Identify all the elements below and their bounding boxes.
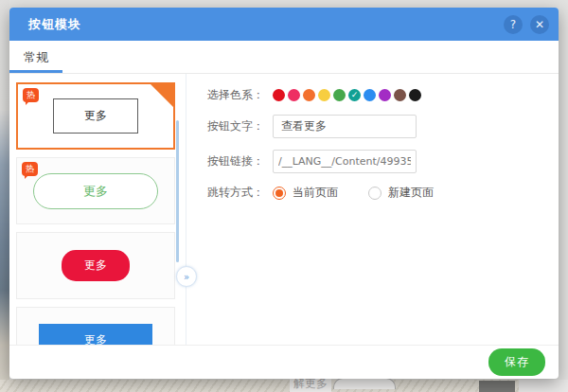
- button-link-label: 按钮链接：: [204, 153, 264, 169]
- preview-button: 更多: [39, 324, 152, 345]
- tab-general[interactable]: 常规: [24, 49, 48, 66]
- color-swatch[interactable]: [364, 89, 376, 101]
- style-preview-blue-rect[interactable]: 更多: [16, 307, 175, 345]
- style-preview-outline[interactable]: 热 ✓ 更多: [16, 82, 175, 150]
- dialog-body: 热 ✓ 更多 热 更多 更多 更多 » 选择色系：: [9, 74, 559, 345]
- settings-form: 选择色系： ✓ 按钮文字： 按钮链接: [186, 74, 559, 345]
- check-icon: ✓: [351, 91, 359, 99]
- radio-new-page[interactable]: 新建页面: [368, 185, 434, 201]
- close-icon[interactable]: ✕: [530, 15, 549, 34]
- style-preview-list: 热 ✓ 更多 热 更多 更多 更多: [9, 74, 186, 345]
- scrollbar-thumb[interactable]: [176, 120, 179, 262]
- jump-mode-options: 当前页面 新建页面: [273, 185, 434, 201]
- color-swatch[interactable]: [394, 89, 406, 101]
- color-swatch[interactable]: [273, 89, 285, 101]
- color-swatch[interactable]: [288, 89, 300, 101]
- hot-badge: 热: [23, 88, 39, 102]
- button-link-row: 按钮链接：: [204, 150, 559, 173]
- color-swatch[interactable]: [303, 89, 315, 101]
- help-icon[interactable]: ?: [504, 15, 523, 34]
- button-text-input[interactable]: [273, 115, 417, 138]
- dialog-footer: 保存: [9, 345, 559, 379]
- style-preview-red-pill[interactable]: 更多: [16, 232, 175, 299]
- save-button[interactable]: 保存: [488, 348, 545, 376]
- preview-button: 更多: [62, 250, 130, 281]
- color-swatch[interactable]: [379, 89, 391, 101]
- radio-icon: [368, 187, 382, 200]
- color-swatch-selected[interactable]: ✓: [348, 89, 361, 101]
- radio-icon: [273, 187, 286, 200]
- tab-active-underline: [9, 70, 62, 73]
- color-swatch[interactable]: [318, 89, 330, 101]
- dialog-title: 按钮模块: [28, 16, 496, 33]
- radio-current-page[interactable]: 当前页面: [273, 185, 338, 201]
- preview-button: 更多: [33, 173, 158, 209]
- button-link-input[interactable]: [273, 150, 417, 173]
- collapse-panel-button[interactable]: »: [176, 266, 197, 287]
- radio-label: 新建页面: [388, 185, 434, 201]
- jump-mode-row: 跳转方式： 当前页面 新建页面: [204, 185, 559, 201]
- preview-button: 更多: [53, 98, 138, 134]
- button-text-label: 按钮文字：: [204, 118, 264, 134]
- tab-bar: 常规: [9, 41, 559, 74]
- hot-badge: 热: [22, 162, 38, 176]
- dialog-header: 按钮模块 ? ✕: [9, 8, 559, 41]
- style-preview-green-pill[interactable]: 热 更多: [16, 157, 175, 224]
- color-scheme-label: 选择色系：: [204, 87, 264, 103]
- selected-corner: [150, 83, 174, 108]
- color-swatch[interactable]: [409, 89, 421, 101]
- color-swatch-group: ✓: [273, 89, 421, 101]
- color-scheme-row: 选择色系： ✓: [204, 87, 559, 103]
- jump-mode-label: 跳转方式：: [204, 185, 264, 201]
- color-swatch[interactable]: [333, 89, 346, 101]
- button-module-dialog: 按钮模块 ? ✕ 常规 热 ✓ 更多 热 更多 更多 更多: [9, 8, 559, 379]
- radio-label: 当前页面: [293, 185, 338, 201]
- button-text-row: 按钮文字：: [204, 115, 559, 138]
